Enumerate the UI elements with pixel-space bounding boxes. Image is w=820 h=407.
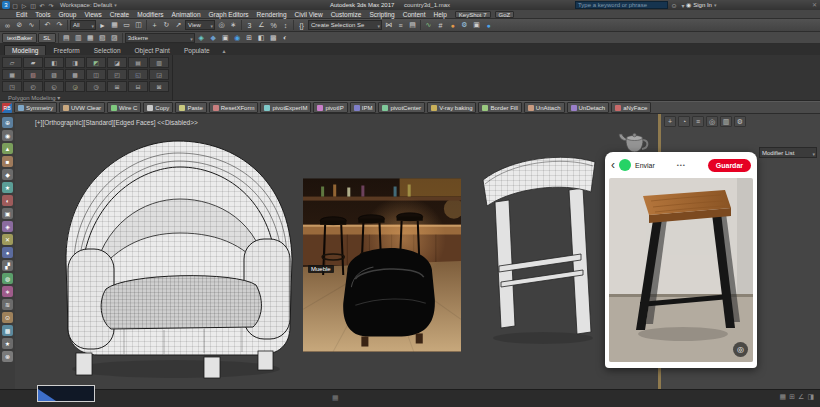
left-toolbar-icon[interactable]: ⊗	[2, 351, 13, 362]
container-icon[interactable]: ▦	[85, 32, 96, 43]
ribbon-button[interactable]: ▦	[2, 69, 22, 80]
script-button[interactable]: UnDetach	[567, 102, 610, 113]
ribbon-button[interactable]: ◴	[23, 81, 43, 92]
close-icon[interactable]: ✕	[812, 1, 817, 8]
script-button[interactable]: Wire C	[107, 102, 141, 113]
viewport-label[interactable]: [+][Orthographic][Standard][Edged Faces]…	[35, 119, 198, 126]
rendered-frame-icon[interactable]: ▣	[471, 20, 482, 31]
script-button[interactable]: ResetXForm	[209, 102, 259, 113]
sl-button[interactable]: SL	[38, 33, 55, 43]
wireframe-armchair-model[interactable]	[54, 131, 306, 383]
ribbon-button[interactable]: ◫	[86, 69, 106, 80]
redo-icon[interactable]: ↷	[47, 1, 55, 9]
ribbon-button[interactable]: ▥	[149, 57, 169, 68]
rectangular-selection-icon[interactable]: ▭	[121, 20, 132, 31]
toolbar2-icon[interactable]: ◈	[196, 32, 207, 43]
search-input[interactable]: Type a keyword or phrase	[575, 1, 668, 9]
plugin-button[interactable]: KeyShot 7	[455, 11, 491, 18]
left-toolbar-icon[interactable]: ⊕	[2, 117, 13, 128]
left-toolbar-icon[interactable]: ▣	[2, 208, 13, 219]
search-icon[interactable]: ⊙	[670, 1, 678, 9]
ribbon-button[interactable]: ▨	[44, 69, 64, 80]
left-toolbar-icon[interactable]: ▩	[2, 325, 13, 336]
ribbon-button[interactable]: ▤	[128, 57, 148, 68]
modifier-list-dropdown[interactable]: Modifier List	[759, 147, 817, 158]
viewport[interactable]: [+][Orthographic][Standard][Edged Faces]…	[15, 114, 658, 389]
menu-item[interactable]: Group	[54, 11, 80, 18]
ribbon-button[interactable]: ◵	[44, 81, 64, 92]
toolbar2-icon[interactable]: ◐	[280, 32, 291, 43]
script-button[interactable]: UVW Clear	[59, 102, 105, 113]
menu-item[interactable]: Content	[399, 11, 430, 18]
bind-to-space-warp-icon[interactable]: ∿	[26, 20, 37, 31]
menu-item[interactable]: Views	[80, 11, 105, 18]
script-button[interactable]: Symmetry	[14, 102, 57, 113]
visual-search-icon[interactable]: ◎	[733, 342, 748, 357]
tab-create[interactable]: +	[664, 116, 676, 127]
layer-manager-icon[interactable]: ▤	[407, 20, 418, 31]
render-production-icon[interactable]: ●	[483, 20, 494, 31]
menu-item[interactable]: Animation	[168, 11, 205, 18]
textbaker-button[interactable]: textBaker	[2, 33, 37, 43]
left-toolbar-icon[interactable]: ◉	[2, 130, 13, 141]
ribbon-button[interactable]: ◳	[2, 81, 22, 92]
create-selection-set-dropdown[interactable]: Create Selection Se	[308, 20, 382, 30]
angle-snap-icon[interactable]: ∠	[256, 20, 267, 31]
left-toolbar-icon[interactable]: ■	[2, 156, 13, 167]
tab-object-paint[interactable]: Object Paint	[128, 46, 177, 55]
mirror-icon[interactable]: ⋈	[383, 20, 394, 31]
container-icon[interactable]: ▥	[73, 32, 84, 43]
toolbar2-icon[interactable]: ◉	[232, 32, 243, 43]
asset-dropdown[interactable]: 3dkerre	[125, 33, 195, 43]
ribbon-button[interactable]: ▱	[2, 57, 22, 68]
tab-display[interactable]: ▥	[720, 116, 732, 127]
spinner-snap-icon[interactable]: ↕	[280, 20, 291, 31]
grid-toggle-icon[interactable]: ▦	[780, 393, 787, 401]
menu-item[interactable]: Create	[106, 11, 134, 18]
use-pivot-center-icon[interactable]: ◎	[216, 20, 227, 31]
left-toolbar-icon[interactable]: ★	[2, 338, 13, 349]
ribbon-button[interactable]: ◧	[44, 57, 64, 68]
ribbon-minimize-icon[interactable]: ▴	[223, 47, 226, 55]
mini-listener[interactable]	[37, 385, 95, 402]
unlink-selection-icon[interactable]: ⊘	[14, 20, 25, 31]
menu-item[interactable]: Modifiers	[133, 11, 167, 18]
new-scene-icon[interactable]: ▢	[11, 1, 19, 9]
window-crossing-icon[interactable]: ◫	[133, 20, 144, 31]
select-and-scale-icon[interactable]: ↗	[173, 20, 184, 31]
ribbon-button[interactable]: ◱	[128, 69, 148, 80]
undo-icon[interactable]: ↶	[38, 1, 46, 9]
script-button[interactable]: aNyFace	[611, 102, 651, 113]
script-button[interactable]: Copy	[143, 102, 173, 113]
tab-populate[interactable]: Populate	[177, 46, 217, 55]
ribbon-button[interactable]: ◪	[107, 57, 127, 68]
script-button[interactable]: Paste	[175, 102, 206, 113]
select-object-icon[interactable]: ►	[97, 20, 108, 31]
more-options-icon[interactable]: •••	[659, 162, 704, 168]
ribbon-button[interactable]: ◲	[149, 69, 169, 80]
left-toolbar-icon[interactable]: ◍	[2, 273, 13, 284]
status-center-icon[interactable]: ▦	[332, 394, 339, 402]
plugin-button[interactable]: GoZ	[495, 11, 515, 18]
ribbon-button[interactable]: ▧	[23, 69, 43, 80]
script-button[interactable]: Border Fill	[478, 102, 521, 113]
menu-item[interactable]: Customize	[327, 11, 366, 18]
script-button[interactable]: pivotExperIM	[260, 102, 311, 113]
ribbon-button[interactable]: ▩	[65, 69, 85, 80]
percent-snap-icon[interactable]: %	[268, 20, 279, 31]
reference-coordinate-dropdown[interactable]: View	[185, 20, 215, 30]
toolbar2-icon[interactable]: ◆	[208, 32, 219, 43]
save-pin-button[interactable]: Guardar	[708, 159, 751, 172]
angle-icon[interactable]: ∠	[798, 393, 804, 401]
select-and-manipulate-icon[interactable]: ∗	[228, 20, 239, 31]
schematic-view-icon[interactable]: #	[435, 20, 446, 31]
render-setup-icon[interactable]: ⚙	[459, 20, 470, 31]
toolbar2-icon[interactable]: ▣	[220, 32, 231, 43]
left-toolbar-icon[interactable]: ▞	[2, 260, 13, 271]
material-editor-icon[interactable]: ●	[447, 20, 458, 31]
reference-photo-plane[interactable]: Mueble	[303, 178, 461, 352]
select-and-move-icon[interactable]: +	[149, 20, 160, 31]
left-toolbar-icon[interactable]: ✕	[2, 234, 13, 245]
ribbon-button[interactable]: ⊞	[107, 81, 127, 92]
select-and-rotate-icon[interactable]: ↻	[161, 20, 172, 31]
